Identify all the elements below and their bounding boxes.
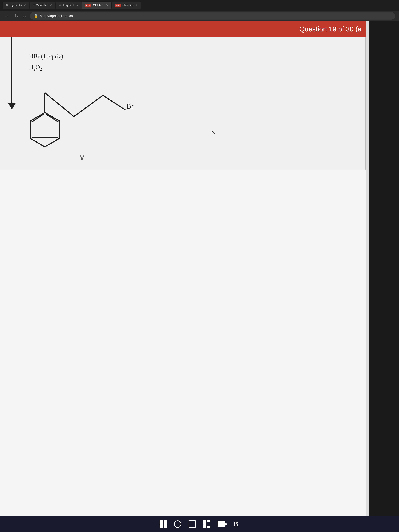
win-quad-2: [164, 520, 167, 524]
home-button[interactable]: ⌂: [22, 12, 27, 20]
tab-label: Sign in to: [10, 4, 22, 7]
arrow-head: [8, 103, 16, 109]
pinned-icon: [203, 520, 210, 528]
tab-file[interactable]: PDF file (1).p ✕: [112, 2, 141, 9]
back-icon: ⏮: [59, 4, 62, 7]
lock-icon: 🔒: [34, 14, 38, 18]
question-number: Question 19 of 30 (a: [299, 25, 361, 33]
tab-calendar[interactable]: ≡ Calendar ✕: [30, 2, 55, 9]
tab-close-calendar[interactable]: ✕: [50, 4, 52, 7]
search-button[interactable]: [173, 519, 182, 529]
browser-button[interactable]: B: [231, 519, 241, 529]
tab-sign-in[interactable]: ✕ Sign in to ✕: [3, 2, 29, 9]
molecule-area: Br: [13, 80, 356, 159]
taskbar: B: [0, 516, 399, 532]
tab-label: Calendar: [36, 4, 48, 7]
url-text: https://app.101edu.co: [40, 14, 73, 18]
condition-hbr: HBr (1 equiv): [29, 53, 356, 60]
browser-chrome: ✕ Sign in to ✕ ≡ Calendar ✕ ⏮ Log in | I…: [0, 0, 399, 21]
url-bar[interactable]: 🔒 https://app.101edu.co: [30, 12, 395, 19]
camera-button[interactable]: [217, 519, 226, 529]
svg-line-11: [74, 95, 103, 116]
tab-close-login[interactable]: ✕: [76, 4, 78, 7]
start-button[interactable]: [158, 519, 168, 529]
svg-line-0: [45, 113, 60, 121]
win-quad-4: [164, 525, 167, 528]
back-button[interactable]: →: [4, 12, 11, 20]
task-view-icon: [189, 520, 196, 528]
pinned-item[interactable]: [202, 519, 211, 529]
scroll-down-chevron[interactable]: ∨: [79, 153, 85, 162]
pdf-icon-chem: PDF: [85, 3, 92, 7]
tab-log-in[interactable]: ⏮ Log in | I ✕: [56, 2, 82, 9]
address-bar: → ↻ ⌂ 🔒 https://app.101edu.co: [0, 11, 399, 21]
tab-label: file (1).p: [123, 4, 133, 7]
question-header: Question 19 of 30 (a: [0, 21, 369, 37]
task-view-button[interactable]: [188, 519, 197, 529]
tab-chem[interactable]: PDF CHEM 1 ✕: [82, 2, 112, 9]
tab-close-sign-in[interactable]: ✕: [24, 4, 26, 7]
tab-close-chem[interactable]: ✕: [106, 4, 108, 7]
search-icon: [174, 520, 181, 528]
tab-close-file[interactable]: ✕: [135, 4, 138, 7]
refresh-button[interactable]: ↻: [13, 12, 19, 20]
svg-line-5: [30, 113, 45, 121]
win-quad-3: [159, 525, 163, 528]
reaction-arrow: [8, 37, 16, 109]
svg-line-12: [103, 95, 125, 110]
br-label: Br: [127, 102, 133, 110]
scrollbar-track[interactable]: [366, 21, 369, 516]
svg-line-2: [45, 138, 60, 147]
svg-line-10: [45, 93, 74, 116]
calendar-icon: ≡: [33, 4, 35, 7]
close-icon[interactable]: ✕: [6, 4, 8, 7]
windows-icon: [159, 520, 167, 528]
pdf-icon-file: PDF: [115, 3, 121, 7]
browser-content: Question 19 of 30 (a HBr (1 equiv) H2O2: [0, 21, 369, 516]
browser-icon: B: [233, 520, 238, 528]
svg-line-8: [32, 114, 44, 122]
arrow-line: [11, 37, 13, 103]
svg-line-6: [46, 114, 58, 122]
tab-bar: ✕ Sign in to ✕ ≡ Calendar ✕ ⏮ Log in | I…: [0, 0, 399, 11]
win-quad-1: [159, 520, 163, 524]
condition-h2o2: H2O2: [29, 64, 356, 72]
svg-line-3: [30, 138, 45, 147]
question-content: HBr (1 equiv) H2O2: [0, 37, 369, 170]
tab-label: CHEM 1: [93, 4, 104, 7]
tab-label: Log in | I: [63, 4, 74, 7]
camera-icon: [218, 521, 225, 527]
reaction-conditions: HBr (1 equiv) H2O2: [29, 48, 356, 72]
molecule-svg: Br: [19, 80, 137, 159]
